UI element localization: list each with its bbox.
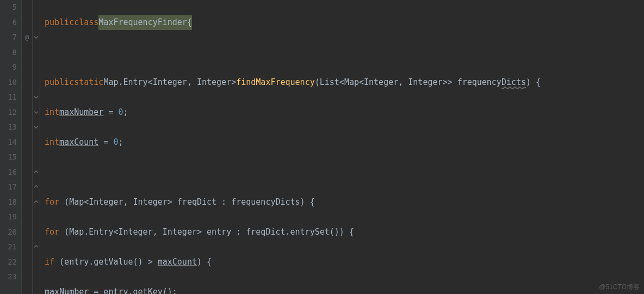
fold-handle-open-icon[interactable] (33, 90, 40, 105)
line-number: 11 (0, 90, 17, 105)
line-number: 22 (0, 255, 17, 270)
line-number: 5 (0, 0, 17, 15)
watermark-text: @51CTO博客 (599, 283, 640, 292)
line-number: 18 (0, 195, 17, 210)
line-number: 13 (0, 120, 17, 135)
line-number: 23 (0, 270, 17, 285)
line-number: 15 (0, 150, 17, 165)
line-number: 10 (0, 75, 17, 90)
line-number: 20 (0, 225, 17, 240)
fold-handle-close-icon[interactable] (33, 240, 40, 255)
annotation-mark: @ (22, 30, 32, 45)
fold-handle-open-icon[interactable] (33, 120, 40, 135)
code-line[interactable]: maxNumber = entry.getKey(); (45, 285, 644, 295)
line-number: 7 (0, 30, 17, 45)
line-number: 8 (0, 45, 17, 60)
fold-handle-open-icon[interactable] (33, 30, 40, 45)
code-editor[interactable]: 5 6 7 8 9 10 11 12 13 14 15 16 17 18 19 … (0, 0, 644, 294)
fold-gutter[interactable] (33, 0, 40, 294)
code-line[interactable]: if (entry.getValue() > maxCount) { (45, 255, 644, 270)
code-line[interactable]: int maxCount = 0; (45, 135, 644, 150)
line-number: 14 (0, 135, 17, 150)
line-number: 12 (0, 105, 17, 120)
code-line[interactable]: public static Map.Entry<Integer, Integer… (45, 75, 644, 90)
line-number: 21 (0, 240, 17, 255)
annotation-gutter: @ (22, 0, 33, 294)
code-line[interactable]: public class MaxFrequencyFinder { (45, 15, 644, 30)
fold-handle-close-icon[interactable] (33, 165, 40, 180)
code-line[interactable] (45, 165, 644, 180)
line-number: 6 (0, 15, 17, 30)
line-number: 17 (0, 180, 17, 195)
code-line[interactable]: for (Map.Entry<Integer, Integer> entry :… (45, 225, 644, 240)
fold-handle-close-icon[interactable] (33, 195, 40, 210)
line-number: 9 (0, 60, 17, 75)
code-line[interactable]: for (Map<Integer, Integer> freqDict : fr… (45, 195, 644, 210)
line-number: 16 (0, 165, 17, 180)
fold-handle-close-icon[interactable] (33, 180, 40, 195)
line-number-gutter: 5 6 7 8 9 10 11 12 13 14 15 16 17 18 19 … (0, 0, 22, 294)
line-number: 19 (0, 210, 17, 225)
fold-handle-open-icon[interactable] (33, 105, 40, 120)
code-line[interactable] (45, 45, 644, 60)
code-line[interactable]: int maxNumber = 0; (45, 105, 644, 120)
code-area[interactable]: public class MaxFrequencyFinder { public… (40, 0, 644, 294)
